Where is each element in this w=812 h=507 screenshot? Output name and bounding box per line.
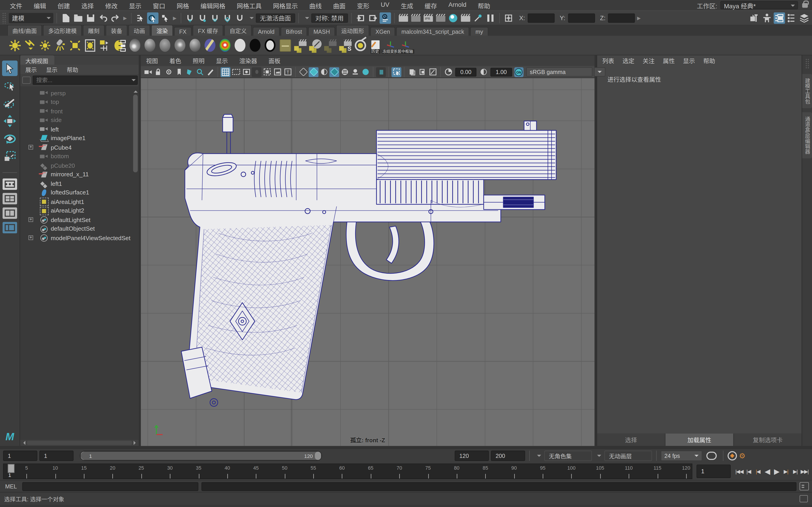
contrast-icon[interactable] [479,67,489,77]
help-line-icon[interactable] [800,495,808,502]
ae-menu-5[interactable]: 帮助 [703,56,715,65]
shelf-tab-15[interactable]: my [470,27,488,36]
menu-item-18[interactable]: 帮助 [472,1,496,9]
panel-split[interactable] [595,55,597,446]
image-plane-icon[interactable] [185,67,194,77]
viewport-menu-1[interactable]: 着色 [169,56,181,65]
channel-box-vertical-tab[interactable]: 通道盒/层编辑器 [802,112,812,158]
script-editor-icon[interactable] [800,482,809,491]
range-bar[interactable]: 1 120 [81,452,321,460]
outliner-search-input[interactable] [33,75,138,85]
snap-projected-center-button[interactable] [221,12,233,23]
freeze-transform-button[interactable]: 冻结变换 [383,38,397,53]
render-view-button[interactable] [397,12,409,23]
layout-single-pane-button[interactable] [2,179,17,190]
ae-menu-1[interactable]: 选定 [622,56,635,65]
step-back-frame-button[interactable]: |◀ [744,465,753,477]
paint-effects-button[interactable] [472,12,483,23]
lock-camera-icon[interactable] [153,67,163,77]
pause-viewport-button[interactable] [485,12,496,23]
scroll-left-icon[interactable] [21,441,26,445]
directional-light-icon[interactable] [23,38,37,53]
step-forward-key-button[interactable]: ▶| [781,465,790,477]
current-frame-marker[interactable] [8,464,14,473]
gate-mask-icon[interactable] [252,67,261,77]
humanik-sidebar-button[interactable] [761,12,773,23]
viewport-menu-0[interactable]: 视图 [146,56,158,65]
shelf-tab-3[interactable]: 装备 [106,25,127,36]
assign-shader-icon[interactable] [353,38,367,53]
search-options-chevron-icon[interactable] [132,79,136,83]
render-sequence-button[interactable] [460,12,471,23]
go-to-end-button[interactable]: ▶▶| [800,465,809,477]
menu-item-10[interactable]: 网格显示 [267,1,304,9]
expand-icon[interactable]: + [29,218,33,222]
resolution-gate-icon[interactable] [241,67,251,77]
attribute-editor-sidebar-button[interactable] [774,12,785,23]
outliner-menu-1[interactable]: 显示 [46,65,57,73]
z-input[interactable] [608,13,635,22]
menu-item-5[interactable]: 显示 [123,1,147,9]
render-current-frame-button[interactable] [410,12,421,23]
safe-action-icon[interactable] [272,67,282,77]
outliner-item-imagePlane1[interactable]: imagePlane1 [20,134,139,143]
live-surface-field[interactable]: 无激活曲面 [256,13,295,22]
workspace-select[interactable]: Maya 经典* [720,1,798,9]
menu-item-13[interactable]: 变形 [351,1,375,9]
anim-layer-select[interactable]: 无动画层 [604,451,652,461]
menu-item-11[interactable]: 曲线 [304,1,327,9]
fps-select[interactable]: 24 fps [661,451,702,461]
viewport-canvas[interactable]: 孤立: front -Z [141,78,595,446]
safe-title-icon[interactable]: T [283,67,293,77]
step-forward-frame-button[interactable]: ▶| [791,465,800,477]
grid-coordinates-icon[interactable] [503,12,514,23]
textured-display-icon[interactable] [329,67,339,77]
menu-item-1[interactable]: 编辑 [28,1,52,9]
undo-button[interactable] [97,12,109,23]
outliner-horizontal-scrollbar[interactable] [20,440,139,446]
menu-item-9[interactable]: 网格工具 [231,1,267,9]
render-settings-button[interactable] [435,12,446,23]
animation-preferences-icon[interactable]: ⚙ [739,452,746,460]
shelf-tab-12[interactable]: 运动图形 [336,25,369,36]
construction-history-button[interactable] [379,12,391,23]
shelf-tab-2[interactable]: 雕刻 [83,25,105,36]
animation-end-field[interactable]: 200 [491,451,525,461]
ambient-light-icon[interactable] [8,38,22,53]
ambient-occlusion-icon[interactable] [360,67,370,77]
filter-icon[interactable] [22,76,31,84]
outliner-item-pCube20[interactable]: pCube20 [20,161,139,170]
menu-item-16[interactable]: 缓存 [419,1,443,9]
outliner-item-loftedSurface1[interactable]: loftedSurface1 [20,188,139,197]
outliner-item-bottom[interactable]: bottom [20,152,139,161]
time-slider[interactable]: 1 51015202530354045505560657075808590951… [3,463,692,479]
rotate-tool[interactable] [2,131,18,147]
range-slider[interactable]: 1 120 [80,451,322,461]
exposure-icon[interactable] [443,67,453,77]
outliner-item-aiAreaLight1[interactable]: aiAreaLight1 [20,197,139,206]
toon-shader-button[interactable] [447,12,459,23]
outliner-item-defaultObjectSet[interactable]: defaultObjectSet [20,224,139,233]
tool-settings-sidebar-button[interactable] [786,12,798,23]
outliner-item-pCube4[interactable]: +pCube4 [20,143,139,152]
x-input[interactable] [528,13,555,22]
anim-layer-chevron-icon[interactable] [597,455,601,459]
exposure-field[interactable]: 0.00 [455,67,476,76]
menu-item-3[interactable]: 选择 [76,1,99,9]
use-all-lights-icon[interactable] [340,67,349,77]
layout-outliner-persp-button[interactable] [2,222,17,233]
layout-four-pane-button[interactable] [2,193,17,205]
output-connections-button[interactable] [367,12,378,23]
hscroll-track[interactable] [27,441,132,445]
menu-item-12[interactable]: 曲面 [327,1,351,9]
current-frame-field[interactable]: 1 [697,465,731,478]
snap-curve-button[interactable] [197,12,208,23]
play-backwards-button[interactable]: ◀ [763,465,772,477]
select-object-button[interactable] [147,12,158,23]
outliner-menu-2[interactable]: 帮助 [67,65,78,73]
viewport-menu-2[interactable]: 照明 [193,56,205,65]
menu-item-8[interactable]: 编辑网格 [195,1,231,9]
ae-menu-3[interactable]: 属性 [663,56,675,65]
shelf-tab-7[interactable]: FX 缓存 [193,25,223,36]
swap-buffer-b-icon[interactable] [417,67,427,77]
